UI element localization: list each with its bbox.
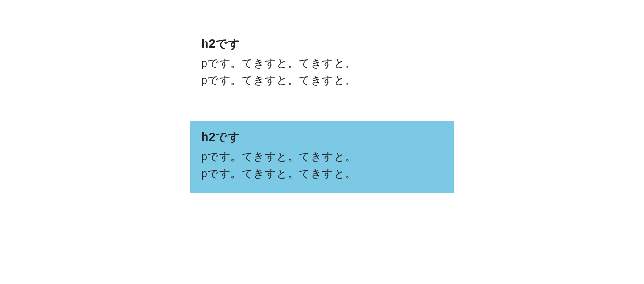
paragraph-highlight-1: pです。てきすと。てきすと。 [201, 149, 443, 166]
heading-plain: h2です [201, 36, 443, 51]
heading-highlight: h2です [201, 129, 443, 145]
paragraph-highlight-2: pです。てきすと。てきすと。 [201, 166, 443, 183]
section-highlight: h2です pです。てきすと。てきすと。 pです。てきすと。てきすと。 [190, 121, 454, 192]
paragraph-plain-1: pです。てきすと。てきすと。 [201, 55, 443, 72]
paragraph-plain-2: pです。てきすと。てきすと。 [201, 72, 443, 89]
section-plain: h2です pです。てきすと。てきすと。 pです。てきすと。てきすと。 [190, 27, 454, 99]
